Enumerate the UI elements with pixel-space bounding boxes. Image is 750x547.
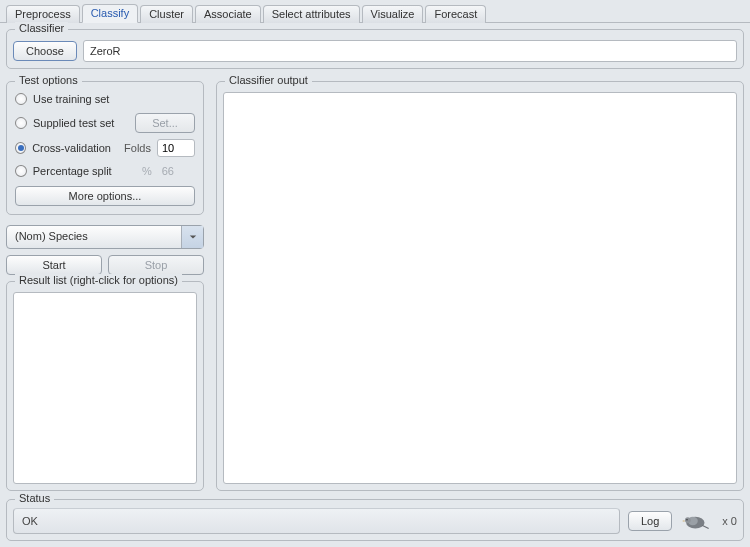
log-button[interactable]: Log [628,511,672,531]
percent-value: 66 [158,163,195,179]
result-list-box[interactable] [13,292,197,484]
svg-point-3 [687,519,688,520]
tab-visualize[interactable]: Visualize [362,5,424,23]
classifier-output-box[interactable] [223,92,737,484]
option-supplied-test-set[interactable]: Supplied test set Set... [13,110,197,136]
radio-icon [15,93,27,105]
tab-preprocess[interactable]: Preprocess [6,5,80,23]
radio-icon [15,165,27,177]
status-legend: Status [15,492,54,504]
svg-point-2 [685,517,691,523]
option-cross-validation[interactable]: Cross-validation Folds [13,136,197,160]
folds-input[interactable] [157,139,195,157]
radio-icon [15,117,27,129]
tab-bar: Preprocess Classify Cluster Associate Se… [0,0,750,23]
start-button[interactable]: Start [6,255,102,275]
tab-select-attributes[interactable]: Select attributes [263,5,360,23]
folds-label: Folds [123,142,151,154]
bird-icon [680,510,714,532]
tab-associate[interactable]: Associate [195,5,261,23]
option-percentage-split[interactable]: Percentage split % 66 [13,160,197,182]
classifier-output-group: Classifier output [216,81,744,491]
status-group: Status OK Log x 0 [6,499,744,541]
status-count: x 0 [722,515,737,527]
result-list-group: Result list (right-click for options) [6,281,204,491]
tab-classify[interactable]: Classify [82,4,139,23]
test-options-legend: Test options [15,74,82,86]
radio-icon [15,142,26,154]
classifier-legend: Classifier [15,22,68,34]
result-list-legend: Result list (right-click for options) [15,274,182,286]
tab-cluster[interactable]: Cluster [140,5,193,23]
tab-forecast[interactable]: Forecast [425,5,486,23]
status-text: OK [13,508,620,534]
classifier-group: Classifier Choose ZeroR [6,29,744,69]
chevron-down-icon [181,226,203,248]
classifier-output-legend: Classifier output [225,74,312,86]
class-attribute-select[interactable]: (Nom) Species [6,225,204,249]
choose-classifier-button[interactable]: Choose [13,41,77,61]
test-options-group: Test options Use training set Supplied t… [6,81,204,215]
percent-label: % [124,165,152,177]
set-test-set-button[interactable]: Set... [135,113,195,133]
stop-button[interactable]: Stop [108,255,204,275]
option-training-set[interactable]: Use training set [13,88,197,110]
classifier-text-field[interactable]: ZeroR [83,40,737,62]
more-options-button[interactable]: More options... [15,186,195,206]
